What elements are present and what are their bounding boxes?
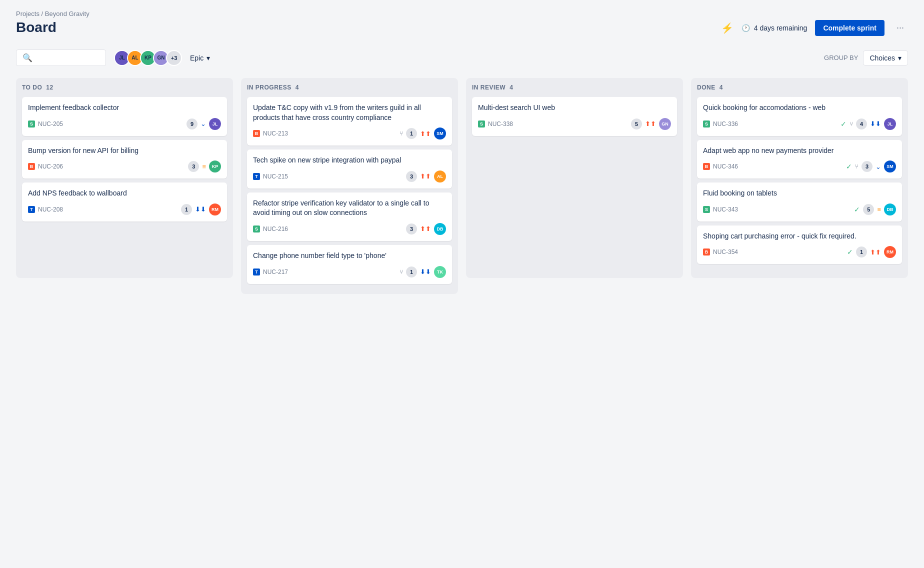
column-title: IN REVIEW xyxy=(472,84,506,91)
issue-id: NUC-213 xyxy=(263,130,288,137)
priority-down-double-icon: ⬇⬇ xyxy=(195,206,206,213)
page-title: Board xyxy=(16,20,90,36)
card-title: Quick booking for accomodations - web xyxy=(703,103,896,113)
column-header-done: DONE 4 xyxy=(697,84,902,91)
card-meta: S NUC-216 xyxy=(253,226,288,232)
card-right: ⑂ 1 ⬇⬇ TK xyxy=(400,266,446,278)
card-avatar: RM xyxy=(884,246,896,258)
column-count: 4 xyxy=(720,84,723,91)
epic-label: Epic xyxy=(190,54,204,62)
card-avatar: JL xyxy=(209,118,221,130)
card-badge: 1 xyxy=(406,266,417,278)
card-title: Fluid booking on tablets xyxy=(703,188,896,198)
card-avatar: KP xyxy=(209,160,221,172)
column-inprogress: IN PROGRESS 4 Update T&C copy with v1.9 … xyxy=(241,78,458,294)
card-avatar: TK xyxy=(434,266,446,278)
card-NUC-216[interactable]: Refactor stripe verification key validat… xyxy=(247,192,452,241)
card-title: Implement feedback collector xyxy=(28,103,221,113)
card-meta: S NUC-338 xyxy=(478,120,513,128)
priority-down-double-icon: ⬇⬇ xyxy=(870,120,881,128)
card-NUC-215[interactable]: Tech spike on new stripe integration wit… xyxy=(247,150,452,188)
epic-filter[interactable]: Epic ▾ xyxy=(190,54,210,62)
card-title: Add NPS feedback to wallboard xyxy=(28,188,221,198)
card-title: Refactor stripe verification key validat… xyxy=(253,198,446,218)
column-inreview: IN REVIEW 4 Multi-dest search UI web S N… xyxy=(466,78,683,278)
card-meta: S NUC-343 xyxy=(703,206,738,213)
card-NUC-354[interactable]: Shoping cart purchasing error - quick fi… xyxy=(697,226,902,264)
priority-down-icon: ⌄ xyxy=(200,120,206,128)
issue-id: NUC-346 xyxy=(713,163,738,170)
lightning-icon: ⚡ xyxy=(721,22,734,34)
more-options-button[interactable]: ··· xyxy=(892,20,908,35)
card-badge: 9 xyxy=(186,118,198,130)
column-header-inprogress: IN PROGRESS 4 xyxy=(247,84,452,91)
column-title: TO DO xyxy=(22,84,42,91)
issue-id: NUC-217 xyxy=(263,268,288,276)
column-count: 4 xyxy=(296,84,299,91)
check-icon: ✓ xyxy=(840,120,846,128)
card-NUC-213[interactable]: Update T&C copy with v1.9 from the write… xyxy=(247,97,452,146)
issue-id: NUC-338 xyxy=(488,120,513,128)
avatar-count[interactable]: +3 xyxy=(166,50,182,66)
issue-id: NUC-208 xyxy=(38,206,63,213)
card-right: 3 ≡ KP xyxy=(188,160,221,172)
card-NUC-346[interactable]: Adapt web app no new payments provider B… xyxy=(697,140,902,179)
card-avatar: DB xyxy=(884,204,896,216)
column-title: DONE xyxy=(697,84,716,91)
column-done: DONE 4 Quick booking for accomodations -… xyxy=(691,78,908,278)
card-NUC-205[interactable]: Implement feedback collector S NUC-205 9… xyxy=(22,97,227,136)
sprint-info: 🕐 4 days remaining xyxy=(742,24,808,32)
clock-icon: 🕐 xyxy=(742,24,750,32)
issue-id: NUC-354 xyxy=(713,248,738,256)
group-by-label: GROUP BY xyxy=(824,54,858,62)
priority-high-icon: ⬆⬆ xyxy=(645,120,656,128)
card-NUC-206[interactable]: Bump version for new API for billing B N… xyxy=(22,140,227,179)
card-meta: B NUC-213 xyxy=(253,130,288,137)
priority-down-double-icon: ⬇⬇ xyxy=(420,268,431,276)
card-badge: 3 xyxy=(406,224,417,234)
issue-id: NUC-205 xyxy=(38,120,63,128)
card-NUC-338[interactable]: Multi-dest search UI web S NUC-338 5 ⬆⬆ … xyxy=(472,97,677,136)
card-badge: 1 xyxy=(856,246,867,258)
search-box: 🔍 xyxy=(16,50,106,66)
card-NUC-217[interactable]: Change phone number field type to 'phone… xyxy=(247,245,452,284)
card-meta: T NUC-208 xyxy=(28,206,63,213)
card-right: ✓ 5 ≡ DB xyxy=(854,204,896,216)
card-title: Bump version for new API for billing xyxy=(28,146,221,156)
column-count: 12 xyxy=(46,84,53,91)
priority-medium-icon: ≡ xyxy=(877,206,881,213)
priority-high-icon: ⬆⬆ xyxy=(420,172,431,180)
card-meta: S NUC-336 xyxy=(703,120,738,128)
branch-icon: ⑂ xyxy=(850,120,853,128)
card-right: ✓ ⑂ 3 ⌄ SM xyxy=(846,160,896,172)
search-icon: 🔍 xyxy=(22,53,32,62)
priority-high-icon: ⬆⬆ xyxy=(420,130,431,138)
choices-dropdown[interactable]: Choices ▾ xyxy=(863,50,908,66)
branch-icon: ⑂ xyxy=(400,130,403,137)
chevron-down-icon: ▾ xyxy=(206,54,210,62)
card-avatar: SM xyxy=(884,160,896,172)
card-avatar: RM xyxy=(209,204,221,216)
search-input[interactable] xyxy=(36,54,96,62)
card-right: 3 ⬆⬆ AL xyxy=(406,170,446,182)
issue-id: NUC-206 xyxy=(38,163,63,170)
complete-sprint-button[interactable]: Complete sprint xyxy=(815,20,884,36)
check-icon: ✓ xyxy=(854,206,860,214)
card-right: 9 ⌄ JL xyxy=(186,118,221,130)
card-NUC-208[interactable]: Add NPS feedback to wallboard T NUC-208 … xyxy=(22,182,227,222)
card-meta: S NUC-205 xyxy=(28,120,63,128)
card-badge: 3 xyxy=(862,161,872,172)
card-title: Shoping cart purchasing error - quick fi… xyxy=(703,232,896,242)
card-title: Change phone number field type to 'phone… xyxy=(253,251,446,261)
check-icon: ✓ xyxy=(847,248,853,256)
card-badge: 3 xyxy=(188,161,199,172)
priority-medium-icon: ≡ xyxy=(202,163,206,170)
card-meta: B NUC-206 xyxy=(28,163,63,170)
column-header-inreview: IN REVIEW 4 xyxy=(472,84,677,91)
card-NUC-336[interactable]: Quick booking for accomodations - web S … xyxy=(697,97,902,136)
card-title: Multi-dest search UI web xyxy=(478,103,671,113)
card-NUC-343[interactable]: Fluid booking on tablets S NUC-343 ✓ 5 ≡… xyxy=(697,182,902,222)
branch-icon: ⑂ xyxy=(855,163,858,170)
card-avatar: SM xyxy=(434,128,446,140)
column-todo: TO DO 12 Implement feedback collector S … xyxy=(16,78,233,278)
